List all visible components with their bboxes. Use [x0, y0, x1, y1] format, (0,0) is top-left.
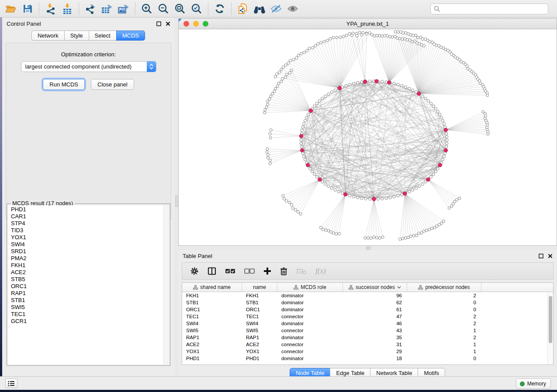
network-titlebar[interactable]: YPA_prune.txt_1 [179, 19, 557, 29]
column-header-successor-nodes[interactable]: successor nodes [343, 283, 407, 292]
mcds-result-item[interactable]: ORC1 [11, 283, 169, 290]
close-panel-icon[interactable] [166, 21, 170, 26]
save-session-button[interactable] [19, 2, 36, 16]
column-header-predecessor-nodes[interactable]: predecessor nodes [407, 283, 481, 292]
refresh-button[interactable] [211, 2, 228, 16]
export-network-button[interactable] [82, 2, 99, 16]
optimization-criterion-value: largest connected component (undirected) [25, 63, 132, 70]
open-file-button[interactable] [3, 2, 19, 16]
table-cell: ACE2 [242, 342, 277, 347]
export-network-icon [84, 3, 97, 14]
network-title: YPA_prune.txt_1 [179, 21, 557, 27]
close-panel-icon[interactable] [548, 254, 553, 258]
export-table-icon [101, 3, 113, 14]
search-box[interactable] [430, 3, 548, 14]
mcds-result-item[interactable]: PHD1 [11, 206, 169, 213]
mcds-result-item[interactable]: STP4 [11, 220, 169, 227]
control-panel-tabs: NetworkStyleSelectMCDS [2, 31, 175, 41]
tab-network[interactable]: Network [31, 31, 65, 41]
status-menu-button[interactable] [5, 378, 17, 388]
column-header-name[interactable]: name [242, 283, 277, 292]
table-panel-title: Table Panel [183, 253, 539, 259]
splitter-grip[interactable] [175, 196, 178, 207]
deselect-all-rows-icon[interactable] [244, 268, 255, 274]
show-columns-icon[interactable] [208, 267, 216, 275]
delete-table-icon-disabled [296, 268, 307, 275]
close-panel-button[interactable]: Close panel [91, 79, 134, 90]
import-network-button[interactable] [42, 2, 59, 16]
mcds-result-item[interactable]: SRD1 [11, 248, 169, 255]
table-cell: YOX1 [182, 349, 242, 354]
tab-mcds[interactable]: MCDS [116, 31, 145, 41]
memory-button[interactable]: Memory [516, 378, 551, 389]
mcds-result-item[interactable]: RAP1 [11, 290, 169, 297]
column-header-label: MCDS role [301, 284, 326, 290]
column-header-shared-name[interactable]: shared name [182, 283, 242, 292]
copy-network-button[interactable] [235, 2, 251, 16]
table-row[interactable]: ORC1ORC1dominator610 [182, 306, 553, 313]
table-row[interactable]: TEC1TEC1connector472 [182, 313, 553, 320]
hide-selected-button[interactable] [268, 2, 284, 16]
main-toolbar [0, 0, 557, 17]
table-options-gear-icon[interactable] [190, 267, 199, 275]
table-row[interactable]: PHD1PHD1dominator180 [182, 355, 553, 362]
horizontal-splitter-grip[interactable] [366, 247, 370, 250]
mcds-result-item[interactable]: STB5 [11, 276, 169, 283]
mcds-result-item[interactable]: YOX1 [11, 234, 169, 241]
mcds-result-item[interactable]: GCR1 [11, 318, 169, 325]
zoom-in-button[interactable] [138, 2, 155, 16]
column-header-label: successor nodes [356, 284, 395, 290]
toolbar-separator [79, 3, 79, 15]
search-input[interactable] [440, 4, 548, 14]
status-bar: Memory [0, 376, 557, 390]
zoom-selected-button[interactable] [188, 2, 205, 16]
mcds-result-item[interactable]: TEC1 [11, 311, 169, 318]
select-all-rows-icon[interactable] [225, 268, 235, 274]
table-row[interactable]: FKH1FKH1dominator962 [182, 292, 553, 299]
list-menu-icon [8, 381, 15, 386]
table-cell: dominator [277, 307, 343, 312]
table-row[interactable]: SWI4SWI4dominator462 [182, 320, 553, 327]
network-canvas[interactable] [179, 29, 557, 245]
column-header-label: name [253, 284, 266, 290]
table-cell: STB1 [182, 300, 242, 305]
table-row[interactable]: YOX1YOX1connector291 [182, 348, 553, 355]
tab-style[interactable]: Style [64, 31, 89, 41]
mcds-result-item[interactable]: PMA2 [11, 255, 169, 262]
table-row[interactable]: RAP1RAP1dominator352 [182, 334, 553, 341]
first-neighbors-button[interactable] [251, 2, 268, 16]
table-row[interactable]: SWI5SWI5connector431 [182, 327, 553, 334]
float-panel-icon[interactable] [539, 254, 543, 258]
float-panel-icon[interactable] [156, 21, 161, 26]
table-scrollbar-thumb[interactable] [549, 296, 552, 343]
import-table-button[interactable] [59, 2, 76, 16]
table-row[interactable]: STB1STB1dominator620 [182, 299, 553, 306]
export-table-button[interactable] [99, 2, 115, 16]
mcds-result-item[interactable]: CAR1 [11, 213, 169, 220]
create-column-plus-icon[interactable] [263, 267, 271, 275]
zoom-fit-icon [174, 3, 186, 14]
binoculars-icon [253, 3, 266, 14]
vertical-splitter[interactable] [175, 17, 178, 376]
table-cell: FKH1 [182, 293, 242, 298]
refresh-icon [214, 3, 225, 14]
run-mcds-button[interactable]: Run MCDS [43, 79, 85, 90]
export-image-button[interactable] [115, 2, 132, 16]
mcds-result-item[interactable]: SWI5 [11, 304, 169, 311]
mcds-result-item[interactable]: ACE2 [11, 269, 169, 276]
column-header-MCDS-role[interactable]: MCDS role [277, 283, 343, 292]
table-cell: 62 [343, 300, 407, 305]
mcds-result-item[interactable]: TID3 [11, 227, 169, 234]
mcds-result-item[interactable]: STB1 [11, 297, 169, 304]
mcds-result-item[interactable]: SWI4 [11, 241, 169, 248]
zoom-fit-button[interactable] [172, 2, 188, 16]
mcds-result-item[interactable]: FKH1 [11, 262, 169, 269]
table-scrollbar[interactable] [547, 292, 553, 364]
tab-select[interactable]: Select [89, 31, 117, 41]
zoom-out-button[interactable] [155, 2, 172, 16]
delete-column-trash-icon[interactable] [280, 267, 287, 275]
show-all-button[interactable] [284, 2, 301, 16]
optimization-criterion-select[interactable]: largest connected component (undirected) [21, 61, 156, 72]
mcds-list-scrollbar[interactable] [163, 205, 169, 364]
table-row[interactable]: ACE2ACE2connector311 [182, 341, 553, 348]
